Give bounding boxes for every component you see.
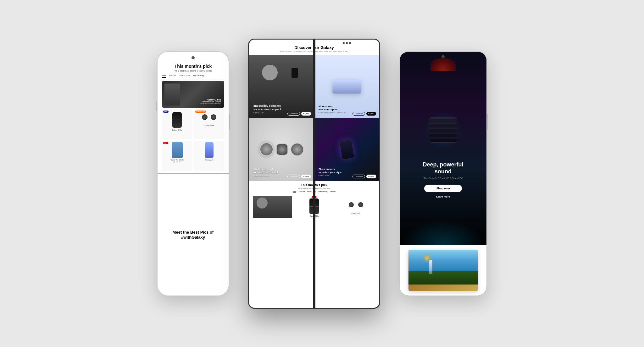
- cell-text-watch2: for maximum impact: [253, 171, 278, 174]
- phone-2-frame: Discover our Galaxy More than 40+ Galaxy…: [248, 39, 380, 309]
- cell-text-screen: More screen,: [319, 105, 346, 108]
- badge-hot: HOT: [163, 142, 168, 144]
- sero-tv-frame: [408, 250, 478, 291]
- phone1-subtitle: What people are adding to their wish lis…: [162, 70, 224, 72]
- phone-1-camera: [192, 56, 195, 59]
- product-card-flip[interactable]: NEW Galaxy Z Flip: [162, 109, 192, 139]
- phone-3-frame: Deep, powerfulsound The Sero QLED 4K HDR…: [399, 51, 487, 296]
- sero-text-area: Deep, powerfulsound The Sero QLED 4K HDR…: [416, 161, 469, 198]
- grid-cell-compact: Impossibly compact for maximum impact Ga…: [249, 55, 314, 118]
- btn-buy-watch[interactable]: Buy now: [301, 175, 311, 178]
- phone3-power-button: [487, 114, 488, 130]
- flip-phone-image: [172, 112, 182, 128]
- tab-momsday[interactable]: Mom's Day: [180, 74, 190, 78]
- btn-buy-screen[interactable]: Buy now: [366, 112, 376, 116]
- cell-text-compact: Impossibly compact: [253, 104, 281, 108]
- btn-learn-watch[interactable]: Learn more: [287, 175, 300, 178]
- fold-tab-blackfriday[interactable]: Black Friday: [319, 191, 328, 193]
- person-face: [262, 65, 278, 80]
- cell-sub-compact: Galaxy Z Flip: [253, 112, 281, 114]
- sero-arc: [400, 220, 486, 245]
- fold-tab-mobile[interactable]: Mobile: [330, 191, 336, 193]
- cell-sub-watch: Galaxy Watch Active2: [253, 175, 278, 176]
- fold-prod-hero: [253, 196, 292, 218]
- sero-title: Deep, powerfulsound: [423, 161, 463, 175]
- product-name-buds: Galaxy Buds: [196, 125, 223, 127]
- speaker-box: [429, 117, 457, 143]
- person-phone: [291, 68, 298, 78]
- tab-image: [172, 142, 183, 158]
- product-name-flip: Galaxy Z Flip: [164, 129, 191, 131]
- cell-text-fold2: to match your style: [319, 171, 341, 174]
- grid-cell-watch: Custom comfort for maximum impact Galaxy…: [249, 118, 314, 181]
- badge-new: NEW: [163, 111, 169, 113]
- hero-product-price: From $1,502.43 or $108.00/mo.: [199, 103, 221, 105]
- sero-screen: Deep, powerfulsound The Sero QLED 4K HDR…: [400, 52, 486, 295]
- main-scene: This month's pick What people are adding…: [0, 0, 644, 347]
- fold-tab-new[interactable]: New: [293, 191, 296, 193]
- sero-subtitle: The Sero QLED 4K HDR Smart TV: [423, 177, 463, 180]
- fold-hinge: [313, 40, 315, 308]
- fold-cameras: [343, 42, 351, 44]
- fold-cam-1: [343, 42, 345, 44]
- hero-product-sub: Thom Browne Edition: [199, 101, 221, 103]
- product-card-a51[interactable]: Galaxy A51: [194, 141, 225, 171]
- btn-buy-fold[interactable]: Buy now: [366, 175, 376, 178]
- grid-cell-fold: Sleek colours to match your style Galaxy…: [314, 118, 379, 181]
- fold-prod-buds: Galaxy Buds: [336, 196, 375, 218]
- phone1-power-button: [229, 114, 230, 130]
- tv-waterfall: [429, 260, 432, 274]
- cell-text-compact2: for maximum impact: [253, 108, 281, 111]
- shop-now-button[interactable]: Shop now: [424, 185, 462, 192]
- phone-3-container: Deep, powerfulsound The Sero QLED 4K HDR…: [399, 51, 487, 296]
- phone-1-frame: This month's pick What people are adding…: [157, 51, 229, 296]
- a51-image: [205, 142, 214, 158]
- phone-2-container: Discover our Galaxy More than 40+ Galaxy…: [248, 39, 380, 309]
- phone-1-container: This month's pick What people are adding…: [157, 51, 229, 296]
- phone3-camera: [441, 55, 445, 58]
- cell-text-fold: Sleek colours: [319, 168, 341, 171]
- phone1-bottom-text1: Meet the Best Pics of: [173, 230, 214, 235]
- phone-1-top-half: This month's pick What people are adding…: [158, 52, 229, 174]
- grid-cell-screen: More screen, less interruption Galaxy No…: [314, 55, 379, 118]
- tab-new[interactable]: New: [162, 74, 166, 78]
- cell-text-screen2: less interruption: [319, 108, 346, 111]
- sero-speaker: [418, 105, 468, 155]
- btn-learn-compact[interactable]: Learn more: [287, 112, 300, 116]
- fold-cam-2: [346, 42, 348, 44]
- sero-hero: Deep, powerfulsound The Sero QLED 4K HDR…: [400, 52, 486, 245]
- phone-1-bottom-half: Meet the Best Pics of #withGalaxy: [158, 174, 229, 295]
- cell-sub-screen: Galaxy Note10 | Note10+ | Note10+ 5G: [319, 112, 346, 114]
- speaker-grille: [429, 118, 457, 142]
- fold-cam-3: [349, 42, 351, 44]
- hero-product-name: Galaxy Z Flip: [199, 99, 221, 101]
- product-card-buds[interactable]: BESTSELLER Galaxy Buds: [194, 109, 225, 139]
- tv-landscape: [408, 271, 478, 285]
- buds-mini-fold: [348, 198, 364, 211]
- cell-text-watch: Custom comfort: [253, 168, 278, 171]
- product-name-tab: Galaxy Tab S6 Lite(10.4", LTE): [164, 159, 191, 163]
- fold-buds-name: Galaxy Buds: [336, 213, 375, 214]
- phone1-vol-button: [156, 101, 157, 111]
- cell-sub-fold: Galaxy Fold 5G: [319, 175, 341, 176]
- phone1-bottom-text2: #withGalaxy: [173, 235, 214, 240]
- bud-left: [349, 202, 354, 207]
- learn-more-button[interactable]: Learn more: [436, 195, 450, 198]
- tab-blackfriday[interactable]: Black Friday: [193, 74, 204, 78]
- phone1-title: This month's pick: [162, 64, 224, 69]
- sero-tv-section: [400, 245, 486, 295]
- bud-right: [358, 202, 363, 207]
- tv-base: [408, 285, 478, 291]
- btn-learn-screen[interactable]: Learn more: [353, 112, 365, 116]
- fold-tab-popular[interactable]: Popular: [299, 191, 305, 193]
- btn-buy-compact[interactable]: Buy now: [301, 112, 311, 116]
- product-name-a51: Galaxy A51: [196, 159, 223, 161]
- buds-image: [201, 111, 217, 123]
- sero-moon: [430, 58, 456, 71]
- sero-tv-screen: [408, 250, 478, 285]
- tab-popular[interactable]: Popular: [169, 74, 176, 78]
- product-card-tab[interactable]: HOT Galaxy Tab S6 Lite(10.4", LTE): [162, 141, 192, 171]
- btn-learn-fold[interactable]: Learn more: [353, 175, 365, 178]
